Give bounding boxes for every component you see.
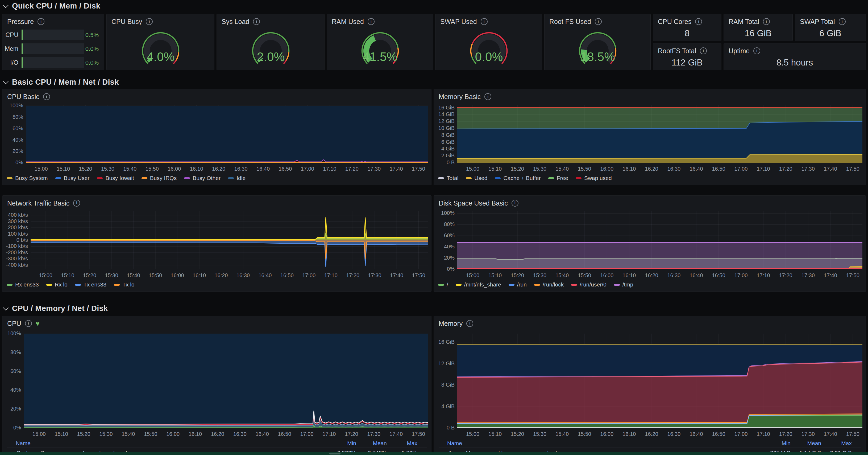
bottom-scrollbar-track[interactable] <box>0 452 868 455</box>
x-tick-label: 15:30 <box>533 273 547 279</box>
y-tick-label: -100 kb/s <box>2 243 28 249</box>
table-header-min[interactable]: Min <box>324 440 356 447</box>
plot-memory_basic[interactable] <box>457 105 862 163</box>
panel-memory_basic: Memory Basici16 GiB14 GiB12 GiB10 GiB8 G… <box>434 89 866 185</box>
section-header-s3[interactable]: CPU / Memory / Net / Disk <box>0 304 108 313</box>
legend-item-Tx ens33[interactable]: Tx ens33 <box>75 281 106 288</box>
legend-item-Swap used[interactable]: Swap used <box>576 175 612 181</box>
section-header-s2[interactable]: Basic CPU / Mem / Net / Disk <box>0 77 119 87</box>
legend-item-/[interactable]: / <box>438 281 448 288</box>
info-icon[interactable]: i <box>839 18 846 25</box>
panel-header-cpu_cores[interactable]: CPU Coresi <box>653 14 721 25</box>
legend-swatch <box>55 177 61 179</box>
legend-item-Rx ens33[interactable]: Rx ens33 <box>7 281 39 288</box>
info-icon[interactable]: i <box>466 320 473 327</box>
y-tick-label: 20% <box>2 406 21 412</box>
panel-header-rootfs_total[interactable]: RootFS Totali <box>653 44 721 55</box>
y-tick-label: 100 kb/s <box>2 231 28 237</box>
panel-header-pressure[interactable]: Pressurei <box>2 14 104 25</box>
table-header-max[interactable]: Max <box>820 440 852 447</box>
y-tick-label: 400 kb/s <box>2 212 28 218</box>
plot-cpu3[interactable] <box>24 334 428 428</box>
plot-disk[interactable] <box>457 211 862 269</box>
x-tick-label: 15:40 <box>123 166 136 172</box>
table-header-min[interactable]: Min <box>759 440 790 447</box>
legend-item-/run[interactable]: /run <box>508 281 527 288</box>
table-header-name[interactable]: Name <box>16 440 31 447</box>
legend-item-Busy IRQs[interactable]: Busy IRQs <box>142 175 177 181</box>
legend-item-/tmp[interactable]: /tmp <box>614 281 633 288</box>
stat-value: 8 <box>653 28 721 38</box>
table-header-mean[interactable]: Mean <box>789 440 821 447</box>
x-tick-label: 16:30 <box>235 166 248 172</box>
info-icon[interactable]: i <box>25 320 32 327</box>
panel-header-ram_total[interactable]: RAM Totali <box>724 14 793 25</box>
legend-item-Busy Other[interactable]: Busy Other <box>184 175 220 181</box>
x-tick-label: 17:20 <box>779 431 793 437</box>
plot-network[interactable] <box>31 211 428 269</box>
legend-item-Busy Iowait[interactable]: Busy Iowait <box>97 175 134 181</box>
gauge-rootfs_used: 18.5% <box>545 14 651 70</box>
panel-swap_used: SWAP Usedi0.0% <box>435 14 542 70</box>
plot-cpu_basic[interactable] <box>26 105 428 163</box>
section-header-s1[interactable]: Quick CPU / Mem / Disk <box>0 1 100 11</box>
y-tick-label: 0% <box>2 425 21 431</box>
panel-header-cpu3[interactable]: CPUi♥ <box>2 316 431 327</box>
legend-item-Cache + Buffer[interactable]: Cache + Buffer <box>495 175 540 181</box>
x-tick-label: 17:30 <box>802 431 815 437</box>
info-icon[interactable]: i <box>512 200 519 207</box>
legend-label: /run/user/0 <box>580 281 606 288</box>
legend-item-/run/user/0[interactable]: /run/user/0 <box>571 281 606 288</box>
legend-label: Free <box>557 175 568 181</box>
panel-mem3: Memoryi16 GiB12 GiB8 GiB4 GiB0 B15:0015:… <box>434 316 866 455</box>
legend-item-Used[interactable]: Used <box>466 175 487 181</box>
table-header-max[interactable]: Max <box>385 440 417 447</box>
legend-item-/mnt/nfs_share[interactable]: /mnt/nfs_share <box>456 281 501 288</box>
x-tick-label: 15:50 <box>146 166 159 172</box>
info-icon[interactable]: i <box>43 93 50 100</box>
legend-item-Idle[interactable]: Idle <box>228 175 246 181</box>
x-tick-label: 15:50 <box>144 431 157 437</box>
x-tick-label: 17:30 <box>802 166 815 172</box>
info-icon[interactable]: i <box>73 200 80 207</box>
info-icon[interactable]: i <box>763 18 770 25</box>
x-tick-label: 16:30 <box>237 273 250 279</box>
info-icon[interactable]: i <box>700 48 707 54</box>
info-icon[interactable]: i <box>695 18 702 25</box>
panel-header-uptime[interactable]: Uptimei <box>724 44 866 55</box>
x-tick-label: 16:00 <box>167 166 181 172</box>
panel-header-swap_total[interactable]: SWAP Totali <box>795 14 866 25</box>
legend-item-/run/lock[interactable]: /run/lock <box>534 281 564 288</box>
legend-swatch <box>576 177 582 179</box>
scrollbar-thumb[interactable] <box>329 453 341 454</box>
table-divider <box>7 448 427 448</box>
panel-header-disk[interactable]: Disk Space Used Basici <box>434 196 866 207</box>
table-header-name[interactable]: Name <box>447 440 462 447</box>
legend-item-Free[interactable]: Free <box>548 175 568 181</box>
info-icon[interactable]: i <box>485 93 491 100</box>
x-tick-label: 17:40 <box>390 431 403 437</box>
legend-item-Total[interactable]: Total <box>438 175 458 181</box>
gauge-ram_used: 41.5% <box>327 14 433 70</box>
table-header-mean[interactable]: Mean <box>355 440 387 447</box>
panel-cpu_cores: CPU Coresi8 <box>653 14 721 41</box>
legend-item-Busy System[interactable]: Busy System <box>7 175 48 181</box>
legend-label: /run/lock <box>542 281 564 288</box>
x-tick-label: 16:00 <box>600 431 613 437</box>
bargauge-value-1: 0.0% <box>81 46 99 53</box>
legend-item-Busy User[interactable]: Busy User <box>55 175 90 181</box>
plot-mem3[interactable] <box>457 334 862 428</box>
bargauge-label-0: CPU <box>2 31 18 38</box>
info-icon[interactable]: i <box>37 18 44 25</box>
y-tick-label: -400 kb/s <box>2 262 28 268</box>
panel-header-network[interactable]: Network Traffic Basici <box>2 196 431 207</box>
info-icon[interactable]: i <box>753 48 760 54</box>
y-tick-label: 80% <box>434 221 455 227</box>
panel-header-mem3[interactable]: Memoryi <box>434 316 866 327</box>
legend-item-Rx lo[interactable]: Rx lo <box>46 281 68 288</box>
panel-header-cpu_basic[interactable]: CPU Basici <box>2 89 431 101</box>
legend-item-Tx lo[interactable]: Tx lo <box>114 281 134 288</box>
x-tick-label: 16:40 <box>689 166 703 172</box>
x-tick-label: 16:20 <box>645 273 658 279</box>
panel-header-memory_basic[interactable]: Memory Basici <box>434 89 866 101</box>
